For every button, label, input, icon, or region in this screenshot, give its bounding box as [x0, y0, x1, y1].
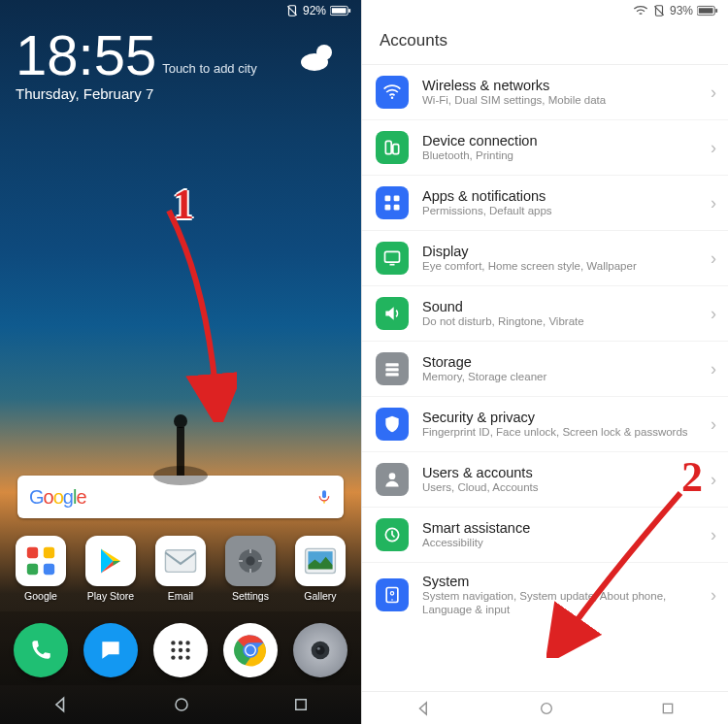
system-icon — [376, 578, 409, 611]
settings-item-title: System — [422, 574, 697, 589]
chat-icon — [98, 638, 123, 663]
svg-point-45 — [391, 97, 394, 100]
google-folder-icon — [24, 544, 57, 577]
svg-point-37 — [315, 645, 324, 654]
battery-percent: 93% — [670, 4, 693, 17]
dock-messages[interactable] — [78, 623, 144, 677]
svg-rect-52 — [385, 251, 400, 262]
svg-rect-53 — [390, 264, 395, 266]
svg-point-35 — [246, 645, 254, 654]
dock-app-drawer[interactable] — [148, 623, 214, 677]
svg-point-60 — [391, 600, 393, 602]
app-gallery[interactable]: Gallery — [287, 536, 353, 602]
chevron-right-icon: › — [711, 414, 716, 435]
svg-rect-9 — [322, 490, 326, 498]
nav-back[interactable] — [415, 700, 433, 717]
annotation-1: 1 — [173, 180, 194, 229]
svg-point-29 — [185, 648, 189, 652]
dock-camera[interactable] — [287, 623, 353, 677]
wifi-icon — [376, 76, 409, 109]
settings-item-subtitle: Bluetooth, Printing — [422, 148, 697, 162]
settings-item-user[interactable]: Users & accountsUsers, Cloud, Accounts› — [362, 451, 728, 507]
app-google[interactable]: Google — [8, 536, 74, 602]
svg-rect-14 — [44, 564, 54, 575]
chevron-right-icon: › — [711, 359, 716, 379]
settings-item-title: Storage — [422, 354, 697, 370]
mic-icon[interactable] — [316, 486, 332, 508]
chevron-right-icon: › — [711, 193, 716, 214]
battery-percent: 92% — [303, 4, 326, 17]
svg-rect-43 — [699, 8, 713, 14]
settings-item-wifi[interactable]: Wireless & networksWi-Fi, Dual SIM setti… — [362, 65, 728, 119]
shield-icon — [376, 408, 409, 441]
settings-item-subtitle: Permissions, Default apps — [422, 204, 697, 217]
svg-point-30 — [171, 655, 175, 659]
nav-home[interactable] — [539, 701, 554, 716]
nav-back[interactable] — [51, 695, 71, 714]
dock — [0, 611, 361, 685]
settings-item-storage[interactable]: StorageMemory, Storage cleaner› — [362, 341, 728, 396]
settings-item-apps[interactable]: Apps & notificationsPermissions, Default… — [362, 175, 728, 230]
storage-icon — [376, 352, 409, 385]
svg-point-24 — [171, 641, 175, 644]
chevron-right-icon: › — [711, 525, 716, 545]
app-play-store[interactable]: Play Store — [78, 536, 144, 602]
svg-point-62 — [541, 703, 551, 713]
settings-item-subtitle: Wi-Fi, Dual SIM settings, Mobile data — [422, 93, 697, 107]
app-settings[interactable]: Settings — [217, 536, 283, 602]
settings-item-title: Apps & notifications — [422, 188, 697, 204]
nav-home[interactable] — [173, 696, 190, 713]
settings-item-smart[interactable]: Smart assistanceAccessibility› — [362, 507, 728, 562]
settings-item-system[interactable]: SystemSystem navigation, System update, … — [362, 562, 728, 628]
svg-point-27 — [171, 648, 175, 652]
svg-rect-55 — [385, 368, 398, 371]
nav-recents[interactable] — [292, 696, 310, 713]
svg-rect-11 — [27, 547, 38, 558]
svg-rect-13 — [27, 564, 38, 575]
svg-point-61 — [390, 592, 393, 595]
settings-item-subtitle: System navigation, System update, About … — [422, 589, 697, 617]
nav-recents[interactable] — [660, 701, 676, 716]
weather-icon[interactable] — [297, 39, 340, 82]
settings-item-display[interactable]: DisplayEye comfort, Home screen style, W… — [362, 230, 728, 285]
svg-point-38 — [317, 647, 320, 650]
wifi-status-icon — [633, 5, 648, 16]
clock-time: 18:55 — [16, 27, 156, 83]
svg-point-39 — [176, 699, 187, 710]
chevron-right-icon: › — [711, 82, 716, 103]
settings-item-link[interactable]: Device connectionBluetooth, Printing› — [362, 119, 728, 175]
dock-chrome[interactable] — [217, 623, 283, 677]
svg-point-17 — [246, 556, 254, 565]
dock-phone[interactable] — [8, 623, 74, 677]
chevron-right-icon: › — [711, 304, 716, 324]
apps-icon — [376, 186, 409, 219]
svg-rect-48 — [385, 196, 391, 202]
settings-item-shield[interactable]: Security & privacyFingerprint ID, Face u… — [362, 396, 728, 451]
svg-rect-63 — [663, 704, 672, 712]
app-email[interactable]: Email — [148, 536, 214, 602]
settings-item-subtitle: Users, Cloud, Accounts — [422, 480, 697, 494]
link-icon — [376, 131, 409, 164]
settings-item-subtitle: Accessibility — [422, 536, 697, 549]
settings-item-title: Display — [422, 244, 697, 259]
add-city-label[interactable]: Touch to add city — [162, 61, 257, 76]
battery-icon — [330, 5, 351, 16]
svg-point-57 — [389, 473, 396, 479]
svg-point-26 — [185, 641, 189, 644]
home-app-row: Google Play Store Email Settings Gallery — [0, 532, 361, 611]
settings-item-title: Wireless & networks — [422, 78, 697, 93]
svg-rect-10 — [323, 501, 324, 504]
display-icon — [376, 242, 409, 275]
settings-list[interactable]: Wireless & networksWi-Fi, Dual SIM setti… — [362, 64, 728, 691]
svg-point-31 — [179, 655, 182, 659]
google-logo: Google — [29, 486, 86, 509]
chrome-icon — [234, 634, 267, 667]
svg-rect-56 — [385, 373, 398, 376]
chevron-right-icon: › — [711, 138, 716, 158]
svg-rect-12 — [44, 547, 54, 558]
svg-rect-15 — [165, 550, 195, 573]
wallpaper-figure — [151, 369, 210, 485]
svg-rect-3 — [348, 9, 350, 13]
settings-item-sound[interactable]: SoundDo not disturb, Ringtone, Vibrate› — [362, 285, 728, 341]
svg-rect-44 — [715, 9, 717, 13]
